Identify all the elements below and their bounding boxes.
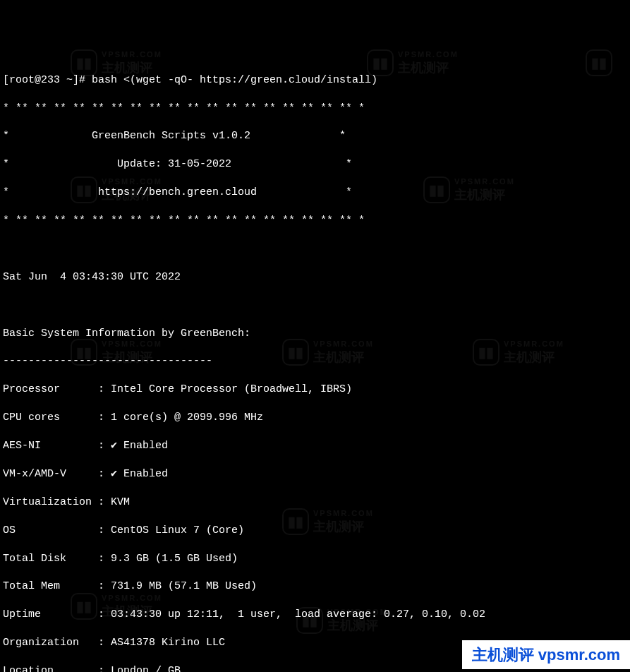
banner-update: * Update: 31-05-2022 * xyxy=(3,157,627,172)
sysinfo-uptime: Uptime : 03:43:30 up 12:11, 1 user, load… xyxy=(3,608,627,622)
banner-border-top: * ** ** ** ** ** ** ** ** ** ** ** ** **… xyxy=(3,102,627,116)
sysinfo-cpu: CPU cores : 1 core(s) @ 2099.996 MHz xyxy=(3,411,627,425)
banner-url: * https://bench.green.cloud * xyxy=(3,186,627,200)
sysinfo-mem: Total Mem : 731.9 MB (57.1 MB Used) xyxy=(3,580,627,594)
blank-line xyxy=(3,299,627,313)
source-badge: 主机测评 vpsmr.com xyxy=(462,640,630,669)
sysinfo-processor: Processor : Intel Core Processor (Broadw… xyxy=(3,383,627,397)
banner-border-bottom: * ** ** ** ** ** ** ** ** ** ** ** ** **… xyxy=(3,214,627,228)
datetime: Sat Jun 4 03:43:30 UTC 2022 xyxy=(3,270,627,284)
shell-prompt: [root@233 ~]# bash <(wget -qO- https://g… xyxy=(3,73,627,88)
sysinfo-os: OS : CentOS Linux 7 (Core) xyxy=(3,524,627,538)
sysinfo-aesni: AES-NI : ✔ Enabled xyxy=(3,439,627,453)
sysinfo-virt: Virtualization : KVM xyxy=(3,496,627,510)
sysinfo-header: Basic System Information by GreenBench: xyxy=(3,327,627,341)
sysinfo-vmx: VM-x/AMD-V : ✔ Enabled xyxy=(3,467,627,481)
banner-title: * GreenBench Scripts v1.0.2 * xyxy=(3,129,627,143)
sysinfo-disk: Total Disk : 9.3 GB (1.5 GB Used) xyxy=(3,552,627,566)
terminal-output: [root@233 ~]# bash <(wget -qO- https://g… xyxy=(3,59,627,672)
sysinfo-sep: --------------------------------- xyxy=(3,354,627,368)
blank-line xyxy=(3,242,627,256)
